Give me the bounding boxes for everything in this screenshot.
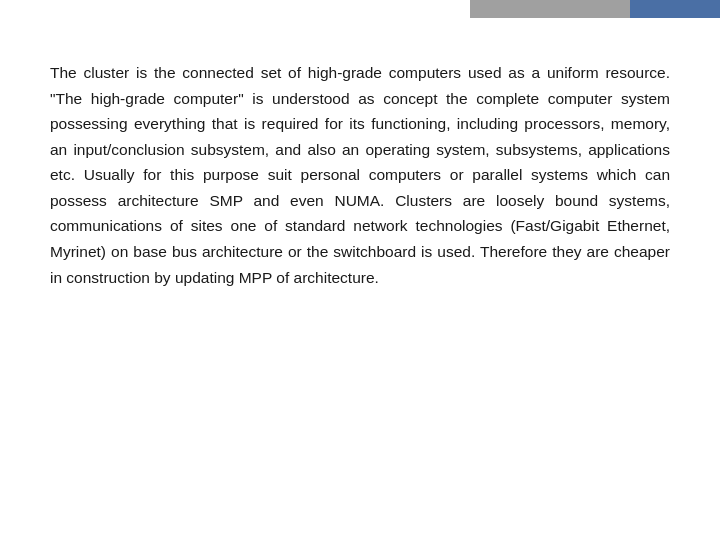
top-accent-bar [470,0,720,18]
accent-gray [470,0,630,18]
slide-container: The cluster is the connected set of high… [0,0,720,540]
main-paragraph: The cluster is the connected set of high… [50,60,670,290]
accent-blue [630,0,720,18]
content-area: The cluster is the connected set of high… [50,60,670,500]
